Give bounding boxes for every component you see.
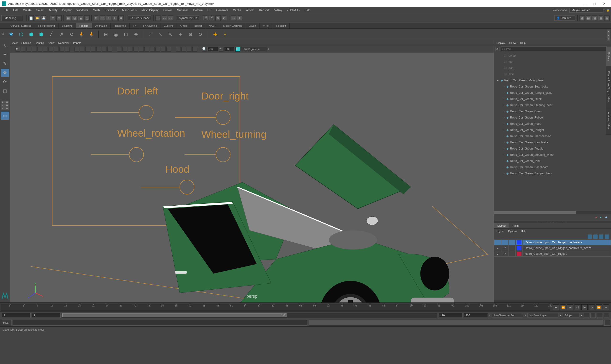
outliner-camera-persp[interactable]: 🎥 persp: [494, 52, 611, 59]
vp-icon[interactable]: [43, 47, 48, 52]
layer-icon[interactable]: [599, 234, 603, 239]
vtab-channelbox[interactable]: Channel Box / Layer Editor: [606, 66, 611, 107]
shelf-scroll-mid-icon[interactable]: ■: [607, 33, 610, 37]
vp-icon[interactable]: [122, 47, 127, 52]
menu-mesh-tools[interactable]: Mesh Tools: [120, 7, 139, 13]
vp-gamma-icon[interactable]: ◐: [235, 47, 240, 52]
vp-icon[interactable]: [192, 47, 197, 52]
vtab-outliner[interactable]: Outliner: [606, 47, 611, 66]
undo-icon[interactable]: ↶: [50, 15, 55, 21]
vp-icon[interactable]: [139, 47, 144, 52]
vp-icon[interactable]: [144, 47, 149, 52]
shelf-tab-mash[interactable]: MASH: [205, 23, 220, 28]
anim-layer-selector[interactable]: No Anim Layer: [528, 313, 558, 317]
toggle-isolate-icon[interactable]: ▭: [162, 15, 167, 21]
vtab-attribute-editor[interactable]: Attribute Editor: [606, 107, 611, 134]
vp-icon[interactable]: [32, 47, 37, 52]
shelf-tab-motion-graphics[interactable]: Motion Graphics: [220, 23, 246, 28]
prefs2-icon[interactable]: [604, 313, 609, 318]
cb-menu-options[interactable]: Options: [508, 230, 517, 233]
shelf-blend-icon[interactable]: ◈: [132, 30, 140, 38]
vp-icon[interactable]: [27, 47, 31, 52]
menu-mesh[interactable]: Mesh: [91, 7, 102, 13]
select-component-icon[interactable]: ▢: [84, 15, 90, 21]
step-back-icon[interactable]: ◀: [567, 304, 573, 310]
vp-icon[interactable]: [128, 47, 133, 52]
range-dropdown-icon[interactable]: ▾: [489, 314, 491, 317]
shelf-tab-custom[interactable]: Custom: [161, 23, 177, 28]
snap-point-icon[interactable]: •: [106, 15, 111, 21]
outliner-camera-front[interactable]: 🎥 front: [494, 65, 611, 71]
live-surface-label[interactable]: No Live Surface: [128, 15, 151, 21]
shelf-tab-fx-caching[interactable]: FX Caching: [140, 23, 161, 28]
play-fwd-icon[interactable]: ▶: [581, 304, 588, 310]
panel-resize-handle[interactable]: ● ● ● ● ● ● ● ● ● ●: [494, 221, 611, 223]
vp-icon[interactable]: [150, 47, 155, 52]
shelf-constraint3-icon[interactable]: ∿: [167, 30, 174, 38]
menu-modify[interactable]: Modify: [47, 7, 60, 13]
fps-dropdown-icon[interactable]: ▾: [581, 314, 582, 317]
vp-icon[interactable]: [181, 47, 186, 52]
shelf-constraint6-icon[interactable]: ⟳: [197, 30, 204, 38]
snap-grid-icon[interactable]: ⊞: [94, 15, 99, 21]
panel-toggle-2-icon[interactable]: ▦: [586, 15, 591, 21]
shelf-skin2-icon[interactable]: 🧍: [87, 30, 95, 38]
toggle-construct-icon[interactable]: ▭: [155, 15, 161, 21]
outliner-menu-display[interactable]: Display: [496, 41, 505, 44]
range-end-inner[interactable]: 120: [439, 313, 462, 318]
autokey-icon[interactable]: [590, 313, 596, 318]
vp-icon[interactable]: [38, 47, 42, 52]
cb-hscroll[interactable]: [494, 299, 611, 302]
view-menu-renderer[interactable]: Renderer: [58, 41, 69, 44]
shelf-joint3-icon[interactable]: ⬢: [37, 30, 45, 38]
go-start-icon[interactable]: ⏮: [553, 304, 559, 310]
vp-icon[interactable]: [65, 47, 70, 52]
shelf-custom2-icon[interactable]: ⟊: [221, 30, 229, 38]
lock-icon[interactable]: 🔒: [606, 9, 610, 12]
menu-display[interactable]: Display: [60, 7, 74, 13]
layout-presets[interactable]: ▦▦+▦+▦: [1, 101, 9, 110]
menu-vray[interactable]: V-Ray: [272, 7, 285, 13]
view-menu-shading[interactable]: Shading: [22, 41, 31, 44]
display-layer-row[interactable]: VPRetro_Coupe_Sport_Car_Rigged_controlle…: [494, 245, 611, 251]
viewport-3d[interactable]: Door_left Door_right Wheel_rotation Whee…: [10, 52, 494, 302]
outliner-item[interactable]: ⊦ ◆ Retro_Car_Green_Dashboard: [494, 164, 611, 170]
vp-icon[interactable]: [166, 47, 171, 52]
play-back-icon[interactable]: ◁: [574, 304, 581, 310]
vp-icon[interactable]: [176, 47, 181, 52]
view-menu-lighting[interactable]: Lighting: [35, 41, 44, 44]
step-fwd-key-icon[interactable]: ⏩: [596, 304, 602, 310]
menu-curves[interactable]: Curves: [161, 7, 175, 13]
cb-tab-display[interactable]: Display: [494, 223, 509, 228]
shelf-lattice-icon[interactable]: ◉: [112, 30, 120, 38]
shelf-tab-vray[interactable]: VRay: [259, 23, 273, 28]
shelf-skin-icon[interactable]: 🧍: [77, 30, 85, 38]
panel-toggle-5-icon[interactable]: ▦: [604, 15, 610, 21]
shelf-gear-icon[interactable]: ⚙: [1, 32, 4, 36]
open-scene-icon[interactable]: 📂: [35, 15, 40, 21]
vp-icon[interactable]: [54, 47, 59, 52]
rotate-tool-icon[interactable]: ⟳: [1, 78, 9, 86]
workspace-selector[interactable]: Maya Classic*: [570, 8, 603, 13]
select-object-icon[interactable]: ▣: [78, 15, 83, 21]
shelf-cluster-icon[interactable]: ⊞: [102, 30, 109, 38]
shelf-joint-icon[interactable]: ⬡: [17, 30, 25, 38]
outliner-root[interactable]: ▣◆ Retro_Car_Green_Main_plane: [494, 77, 611, 83]
menu-uv[interactable]: UV: [205, 7, 214, 13]
script-editor-icon[interactable]: [604, 320, 610, 325]
outliner-item[interactable]: ⊦ ◆ Retro_Car_Green_Trunk: [494, 96, 611, 102]
snap-curve-icon[interactable]: 〰: [100, 15, 105, 21]
shelf-custom1-icon[interactable]: ✚: [211, 30, 219, 38]
outliner-item[interactable]: ⊦ ◆ Retro_Car_Green_Rubber: [494, 115, 611, 121]
vp-exposure-field[interactable]: 1.00: [224, 47, 235, 51]
shelf-tab-rendering[interactable]: Rendering: [110, 23, 130, 28]
vp-icon[interactable]: [91, 47, 96, 52]
outliner-tree[interactable]: 🎥 persp🎥 top🎥 front🎥 side▣◆ Retro_Car_Gr…: [494, 52, 611, 211]
outliner-camera-top[interactable]: 🎥 top: [494, 59, 611, 65]
menu-select[interactable]: Select: [34, 7, 47, 13]
render-settings-icon[interactable]: ⚙: [215, 15, 221, 21]
outliner-item[interactable]: ⊦ ◆ Retro_Car_Green_Taillight: [494, 127, 611, 133]
vp-gamma-dropdown-icon[interactable]: ▾: [268, 48, 269, 51]
step-back-key-icon[interactable]: ⏪: [560, 304, 566, 310]
vp-icon[interactable]: [85, 47, 90, 52]
